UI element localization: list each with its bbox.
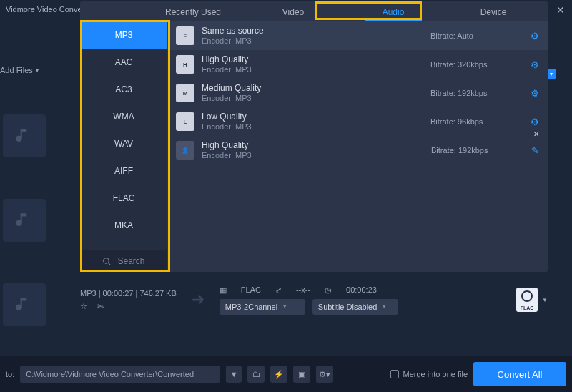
preset-title: High Quality [202,54,423,64]
save-to-label: to: [6,370,14,378]
gpu-icon[interactable]: ▣ [293,366,310,383]
preset-encoder: Encoder: MP3 [202,122,423,132]
preset-icon: 👤 [176,141,194,160]
format-panel: Recently Used Video Audio Device MP3AACA… [80,1,548,272]
queue-thumb[interactable] [3,199,46,242]
bottom-bar: to: C:\Vidmore\Vidmore Video Converter\C… [0,356,572,392]
arrow-icon: ➔ [184,290,212,309]
preset-icon: H [176,55,194,74]
output-format-badge[interactable]: FLAC [516,288,538,312]
close-icon[interactable]: ✕ [533,130,539,138]
info-size: 746.27 KB [139,289,176,298]
sidebar-item-ac3[interactable]: AC3 [80,76,167,103]
format-sidebar: MP3AACAC3WMAWAVAIFFFLACMKA Search [80,21,167,272]
chevron-down-icon[interactable]: ▼ [542,297,548,303]
search-input[interactable]: Search [80,250,167,272]
close-icon[interactable]: ✕ [556,4,565,16]
bolt-icon[interactable]: ⚡ [270,366,287,383]
preset-title: Medium Quality [202,83,423,93]
convert-all-button[interactable]: Convert All [473,362,566,386]
preset-title: Same as source [202,26,423,36]
sidebar-item-aiff[interactable]: AIFF [80,157,167,185]
tab-recently-used[interactable]: Recently Used [143,7,243,21]
info-duration: 00:00:27 [103,289,134,298]
clock-icon: ◷ [325,285,332,295]
search-icon [102,257,112,266]
gear-icon[interactable]: ⚙ [531,31,539,41]
tab-audio[interactable]: Audio [343,7,443,21]
preset-row[interactable]: LLow QualityEncoder: MP3Bitrate: 96kbps⚙ [167,107,548,136]
output-path-caret[interactable]: ▼ [226,366,242,383]
sidebar-item-wav[interactable]: WAV [80,130,167,157]
preset-row[interactable]: ≡Same as sourceEncoder: MP3Bitrate: Auto… [167,21,548,50]
preset-title: High Quality [202,140,424,150]
preset-bitrate: Bitrate: 192kbps [430,89,523,97]
info-format: MP3 [80,289,97,298]
preset-encoder: Encoder: MP3 [202,36,423,46]
cut-icon[interactable]: ✄ [97,302,104,311]
preset-encoder: Encoder: MP3 [202,94,423,103]
star-icon[interactable]: ☆ [80,302,87,311]
settings-icon[interactable]: ⚙▾ [316,366,333,383]
preset-bitrate: Bitrate: 320kbps [430,60,523,69]
preset-bitrate: Bitrate: 96kbps [430,117,523,126]
add-files-button[interactable]: Add Files [0,66,39,74]
preset-bitrate: Bitrate: 192kbps [431,146,524,155]
preset-row[interactable]: 👤High QualityEncoder: MP3Bitrate: 192kbp… [167,136,548,165]
out-format: FLAC [241,285,261,294]
preset-encoder: Encoder: MP3 [202,65,423,74]
folder-icon[interactable]: 🗀 [247,366,265,383]
item-info-row: MP3 | 00:00:27 | 746.27 KB ☆ ✄ ➔ ▦ FLAC … [80,280,548,319]
preset-title: Low Quality [202,112,423,122]
film-icon: ▦ [220,285,227,295]
merge-checkbox[interactable]: Merge into one file [390,370,468,378]
expand-icon: ⤢ [275,285,282,295]
gear-icon[interactable]: ⚙ [531,117,539,127]
subtitle-dropdown[interactable]: Subtitle Disabled▼ [312,299,398,315]
sidebar-item-aac[interactable]: AAC [80,49,167,76]
sidebar-item-mp3[interactable]: MP3 [80,21,167,49]
tab-video[interactable]: Video [243,7,343,21]
preset-row[interactable]: MMedium QualityEncoder: MP3Bitrate: 192k… [167,79,548,107]
preset-bitrate: Bitrate: Auto [430,31,523,40]
preset-icon: M [176,84,194,102]
edit-icon[interactable]: ✎ [531,145,539,156]
gear-icon[interactable]: ⚙ [531,88,539,99]
preset-icon: ≡ [176,26,194,45]
gear-icon[interactable]: ⚙ [531,59,539,70]
preset-icon: L [176,112,194,131]
preset-row[interactable]: HHigh QualityEncoder: MP3Bitrate: 320kbp… [167,50,548,79]
tab-device[interactable]: Device [443,7,543,21]
search-placeholder: Search [117,256,144,266]
output-path[interactable]: C:\Vidmore\Vidmore Video Converter\Conve… [20,366,220,383]
preset-encoder: Encoder: MP3 [202,151,424,160]
checkbox-icon [390,370,399,378]
sidebar-item-flac[interactable]: FLAC [80,185,167,212]
add-files-caret[interactable]: ▾ [546,69,556,79]
queue-thumb[interactable] [3,283,46,326]
channel-dropdown[interactable]: MP3-2Channel▼ [220,299,305,315]
sidebar-item-wma[interactable]: WMA [80,103,167,130]
sidebar-item-mka[interactable]: MKA [80,212,167,239]
queue-thumb[interactable] [3,114,46,157]
out-duration: 00:00:23 [346,285,377,294]
preset-list: ≡Same as sourceEncoder: MP3Bitrate: Auto… [167,21,548,272]
out-res: --x-- [296,285,310,294]
